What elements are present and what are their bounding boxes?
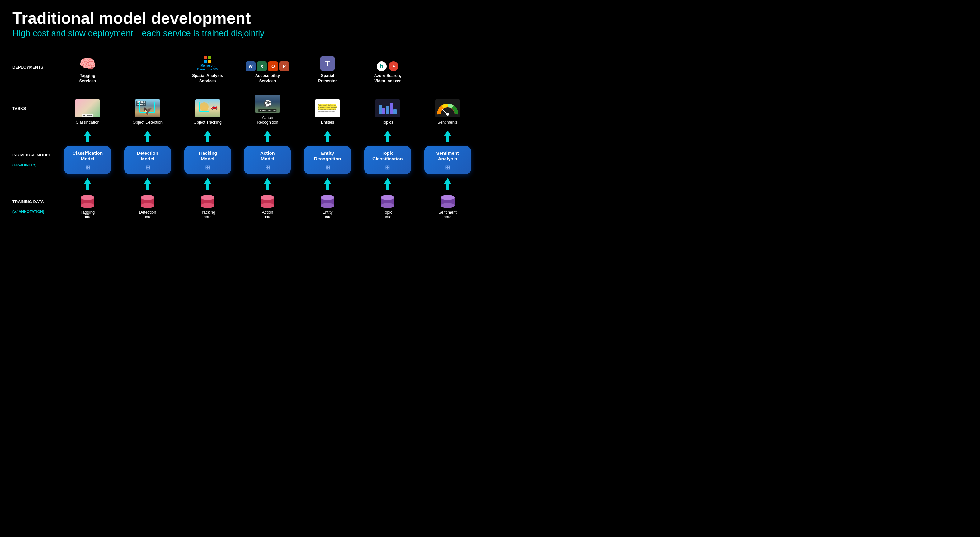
db-tracking-icon <box>200 194 216 209</box>
svg-point-33 <box>261 195 274 200</box>
arrow2-1 <box>57 177 118 191</box>
action-model-card: Action Model ⊞ <box>244 146 291 174</box>
svg-point-3 <box>446 113 449 116</box>
svg-marker-8 <box>324 131 331 142</box>
task-topics: Topics <box>358 88 418 129</box>
db-action-icon <box>259 194 275 209</box>
svg-marker-16 <box>384 178 391 190</box>
deploy-spatial-analysis: MicrosoftDynamics 365 Spatial Analysis S… <box>177 48 237 88</box>
flower-thumb: FLOWER <box>75 99 100 118</box>
svg-point-20 <box>81 203 94 208</box>
topic-data-label: Topic data <box>383 210 392 219</box>
action-model-title: Action Model <box>260 150 275 162</box>
model-icon-7: ⊞ <box>445 164 450 171</box>
arrow-2 <box>118 129 178 143</box>
detection-model-card: Detection Model ⊞ <box>124 146 171 174</box>
powerpoint-icon: P <box>279 61 289 71</box>
data-tracking: Tracking data <box>177 191 237 222</box>
topic-model-title: Topic Classification <box>372 150 403 162</box>
svg-point-45 <box>441 195 455 200</box>
soccer-thumb: ⚽ PLAYING SOCCER <box>255 95 280 113</box>
main-title: Traditional model development <box>13 10 477 27</box>
action-recognition-label: Action Recognition <box>257 115 278 124</box>
arrow2-2 <box>118 177 178 191</box>
arrow-5 <box>298 129 358 143</box>
accessibility-label: Accessibility Services <box>255 73 280 84</box>
model-entity: Entity Recognition ⊞ <box>298 143 358 177</box>
data-tagging: Tagging data <box>57 191 118 222</box>
model-icon-6: ⊞ <box>385 164 390 171</box>
arrow2-6 <box>358 177 418 191</box>
model-icon-5: ⊞ <box>325 164 330 171</box>
entity-model-title: Entity Recognition <box>314 150 341 162</box>
svg-point-32 <box>261 203 274 208</box>
object-detection-label: Object Detection <box>133 120 162 124</box>
arrow-1 <box>57 129 118 143</box>
dynamics-logo: MicrosoftDynamics 365 <box>197 56 218 71</box>
topics-label: Topics <box>382 120 393 124</box>
deploy-azure-search: b Azure Search, Video Indexer <box>358 48 418 88</box>
eagle-thumb: EAGLE EAGLE 🦅 <box>135 99 160 118</box>
tasks-row: TASKS FLOWER Classification <box>13 88 477 129</box>
bing-vidindex-icons: b <box>377 61 398 71</box>
model-icon-2: ⊞ <box>145 164 150 171</box>
task-entities: Automatically find names of people, plac… <box>298 88 358 129</box>
model-classification: Classification Model ⊞ <box>57 143 118 177</box>
sentiment-model-card: Sentiment Analysis ⊞ <box>424 146 471 174</box>
detection-data-label: Detection data <box>139 210 156 219</box>
classification-label: Classification <box>76 120 100 124</box>
db-tagging-icon <box>80 194 95 209</box>
entity-model-card: Entity Recognition ⊞ <box>304 146 351 174</box>
brain-icon: 🧠 <box>79 56 96 72</box>
svg-point-44 <box>441 203 455 208</box>
model-tracking: Tracking Model ⊞ <box>177 143 237 177</box>
model-sentiment: Sentiment Analysis ⊞ <box>417 143 477 177</box>
tasks-label: TASKS <box>13 103 57 115</box>
svg-marker-11 <box>84 178 91 190</box>
topic-model-card: Topic Classification ⊞ <box>364 146 411 174</box>
text-thumb: Automatically find names of people, plac… <box>315 99 340 118</box>
svg-point-24 <box>141 203 154 208</box>
tracking-model-card: Tracking Model ⊞ <box>184 146 231 174</box>
training-data-row: TRAINING DATA (w/ ANNOTATION) Tagging da… <box>13 191 477 222</box>
svg-point-37 <box>321 195 334 200</box>
sentiment-thumb <box>435 99 460 118</box>
office-icons: W X O P <box>246 61 289 71</box>
azure-search-label: Azure Search, Video Indexer <box>374 73 401 84</box>
spatial-presenter-label: Spatial Presenter <box>318 73 337 84</box>
diagram-table: DEPLOYMENTS 🧠 Tagging Services <box>13 48 477 222</box>
data-detection: Detection data <box>118 191 178 222</box>
svg-point-36 <box>321 203 334 208</box>
data-action: Action data <box>237 191 298 222</box>
arrow2-3 <box>177 177 237 191</box>
task-action-recognition: ⚽ PLAYING SOCCER Action Recognition <box>237 88 298 129</box>
svg-marker-10 <box>444 131 452 142</box>
model-icon-1: ⊞ <box>85 164 90 171</box>
svg-point-28 <box>201 203 215 208</box>
db-detection-icon <box>140 194 156 209</box>
db-topic-icon <box>380 194 396 209</box>
model-topic: Topic Classification ⊞ <box>358 143 418 177</box>
task-object-tracking: 🚗 Object Tracking <box>177 88 237 129</box>
deployments-row: DEPLOYMENTS 🧠 Tagging Services <box>13 48 477 88</box>
detection-model-title: Detection Model <box>137 150 158 162</box>
deploy-empty1 <box>118 48 178 88</box>
action-data-label: Action data <box>262 210 273 219</box>
excel-icon: X <box>257 61 267 71</box>
arrow-7 <box>417 129 477 143</box>
model-icon-3: ⊞ <box>205 164 210 171</box>
spatial-analysis-label: Spatial Analysis Services <box>192 73 223 84</box>
model-label: INDIVIDUAL MODEL (DISJOINTLY) <box>13 150 57 171</box>
tagging-services-label: Tagging Services <box>80 73 96 84</box>
arrows-row-2 <box>13 177 477 191</box>
arrow-6 <box>358 129 418 143</box>
arrow2-7 <box>417 177 477 191</box>
svg-marker-4 <box>84 131 91 142</box>
teams-icon: T <box>320 56 335 71</box>
sentiments-label: Sentiments <box>438 120 458 124</box>
object-tracking-label: Object Tracking <box>194 120 222 124</box>
svg-point-21 <box>81 195 94 200</box>
sentiment-model-title: Sentiment Analysis <box>436 150 459 162</box>
db-sentiment-icon <box>439 194 456 209</box>
sub-title: High cost and slow deployment—each servi… <box>13 28 477 38</box>
